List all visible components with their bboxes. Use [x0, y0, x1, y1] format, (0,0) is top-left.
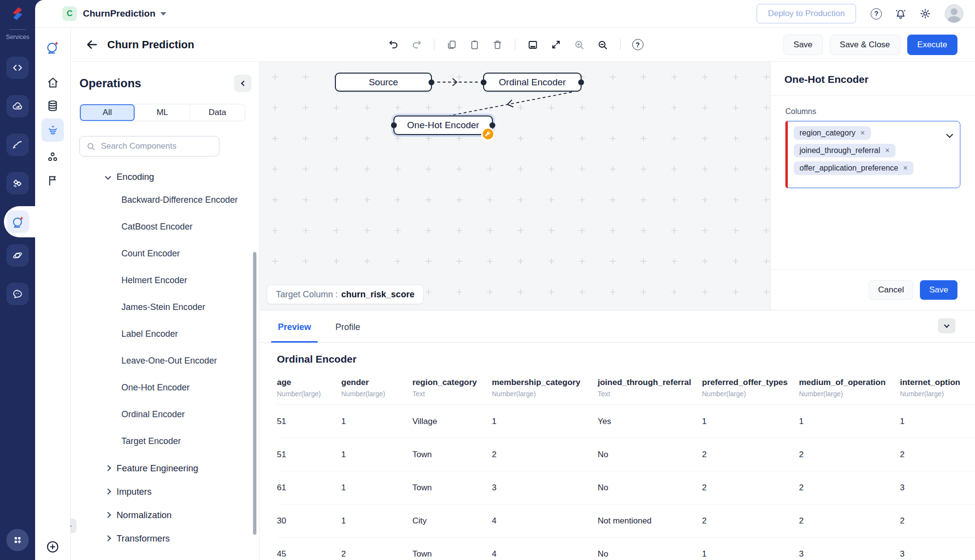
rail-item-ml-app[interactable] — [43, 38, 62, 57]
cancel-button[interactable]: Cancel — [869, 280, 913, 300]
tab-data[interactable]: Data — [190, 104, 245, 121]
copy-icon[interactable] — [446, 39, 457, 50]
notifications-bell-icon[interactable] — [895, 8, 907, 20]
configure-wrench-badge[interactable] — [481, 127, 495, 141]
save-button[interactable]: Save — [783, 35, 823, 55]
apps-grid-button[interactable] — [6, 529, 29, 551]
remove-chip-icon[interactable]: × — [903, 164, 908, 172]
section-imputers[interactable]: Imputers — [79, 485, 259, 498]
rail-item-clusters[interactable] — [43, 147, 62, 167]
node-source[interactable]: Source — [335, 73, 432, 92]
rail-item-flags[interactable] — [43, 171, 62, 190]
component-item[interactable]: Backward-Difference Encoder — [79, 193, 259, 207]
input-port[interactable] — [481, 79, 487, 85]
tab-preview[interactable]: Preview — [277, 322, 312, 342]
delete-trash-icon[interactable] — [492, 39, 503, 50]
collapse-preview-button[interactable] — [938, 318, 956, 333]
remove-chip-icon[interactable]: × — [885, 147, 889, 154]
component-item[interactable]: One-Hot Encoder — [79, 381, 259, 394]
table-row: 301City4Not mentioned222 — [277, 504, 975, 538]
redo-icon[interactable] — [411, 39, 422, 50]
sidebar-item-ml-service-active[interactable] — [0, 206, 35, 237]
save-and-close-button[interactable]: Save & Close — [830, 35, 900, 55]
services-label: Services — [6, 34, 29, 40]
table-row: 611Town3No223 — [277, 471, 975, 504]
component-item[interactable]: James-Stein Encoder — [79, 301, 259, 314]
remove-chip-icon[interactable]: × — [860, 129, 865, 137]
chevron-down-icon[interactable] — [946, 131, 953, 138]
node-one-hot-encoder[interactable]: One-Hot Encoder — [393, 116, 493, 135]
tab-all[interactable]: All — [80, 104, 135, 121]
execute-button[interactable]: Execute — [907, 35, 957, 55]
sidebar-item-route-service[interactable] — [6, 134, 29, 156]
orbit-rings-icon — [12, 250, 23, 261]
toolbar-divider — [434, 39, 434, 50]
component-item[interactable]: Ordinal Encoder — [79, 408, 259, 421]
fullscreen-expand-icon[interactable] — [550, 39, 562, 50]
node-ordinal-encoder[interactable]: Ordinal Encoder — [483, 73, 582, 92]
sidebar-item-code-service[interactable] — [6, 57, 29, 79]
section-transformers[interactable]: Transformers — [79, 532, 259, 545]
output-port[interactable] — [578, 79, 584, 85]
rail-item-datasets[interactable] — [43, 96, 62, 116]
sidebar-item-integration-service[interactable] — [6, 172, 29, 194]
target-column-value: churn_risk_score — [341, 290, 414, 300]
collapse-operations-button[interactable] — [234, 75, 252, 92]
code-icon — [12, 62, 23, 74]
selected-column-chip: offer_application_preference × — [794, 161, 914, 175]
input-port[interactable] — [391, 122, 397, 128]
config-save-button[interactable]: Save — [920, 280, 957, 300]
rail-item-pipelines-active[interactable] — [41, 118, 64, 142]
component-item[interactable]: CatBoost Encoder — [79, 220, 259, 233]
rail-item-home[interactable] — [43, 73, 62, 92]
expand-panel-toggle[interactable] — [71, 519, 77, 533]
paste-clipboard-icon[interactable] — [469, 39, 480, 50]
tab-profile[interactable]: Profile — [334, 322, 361, 342]
sidebar-item-rings-service[interactable] — [6, 244, 29, 267]
tab-ml[interactable]: ML — [135, 104, 190, 121]
section-encoding[interactable]: Encoding — [79, 170, 259, 183]
column-header: genderNumber(large) — [341, 378, 412, 405]
user-avatar[interactable] — [945, 4, 963, 23]
component-item[interactable]: Target Encoder — [79, 435, 259, 448]
component-item[interactable]: Label Encoder — [79, 328, 259, 341]
component-item[interactable]: Leave-One-Out Encoder — [79, 354, 259, 367]
columns-multiselect[interactable]: region_category × joined_through_referra… — [785, 121, 960, 188]
zoom-out-icon[interactable] — [597, 39, 608, 51]
section-normalization[interactable]: Normalization — [79, 508, 259, 521]
config-panel-title: One-Hot Encoder — [784, 74, 961, 85]
back-button[interactable] — [85, 38, 98, 51]
sidebar-item-chat-service[interactable] — [6, 283, 29, 305]
workspace-dropdown-caret[interactable] — [160, 12, 166, 16]
search-input[interactable] — [101, 141, 213, 151]
operations-scrollbar[interactable] — [253, 252, 256, 535]
target-column-label: Target Column : — [276, 290, 338, 300]
selected-column-chip: region_category × — [794, 126, 871, 140]
bottom-panel-icon[interactable] — [527, 39, 539, 51]
cluster-circles-icon — [46, 151, 59, 163]
pipeline-header: Churn Prediction ? — [71, 28, 975, 62]
toolbar-help-icon[interactable]: ? — [632, 39, 644, 50]
component-item[interactable]: Helmert Encoder — [79, 274, 259, 287]
undo-icon[interactable] — [388, 39, 399, 50]
add-new-button[interactable] — [45, 540, 60, 554]
services-sidebar: Services — [0, 0, 35, 560]
chevron-right-icon — [105, 512, 111, 518]
component-item[interactable]: Count Encoder — [79, 247, 259, 260]
component-search[interactable] — [79, 136, 219, 156]
zoom-in-icon[interactable] — [573, 39, 585, 51]
database-icon — [46, 99, 59, 112]
deploy-to-production-button[interactable]: Deploy to Production — [757, 4, 856, 23]
table-header-row: ageNumber(large) genderNumber(large) reg… — [277, 378, 975, 405]
help-icon[interactable]: ? — [871, 8, 882, 19]
toolbar-divider — [515, 39, 515, 50]
sidebar-item-cloud-service[interactable] — [6, 95, 29, 117]
output-port[interactable] — [429, 79, 434, 85]
chat-bot-icon — [12, 288, 23, 300]
section-feature-engineering[interactable]: Feature Engineering — [79, 462, 259, 475]
pipeline-canvas[interactable]: Source Ordinal Encoder One-Hot Encoder — [260, 62, 770, 310]
cloud-arrow-icon — [12, 100, 23, 112]
crystal-ball-icon — [11, 215, 25, 229]
settings-gear-icon[interactable] — [919, 8, 931, 19]
workspace-name[interactable]: ChurnPrediction — [83, 8, 156, 19]
